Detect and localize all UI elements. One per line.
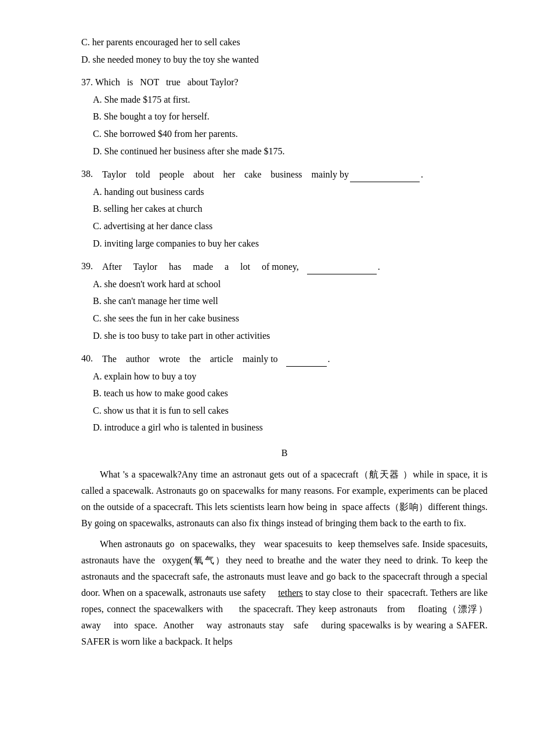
q40-option-b: B. teach us how to make good cakes [93,386,488,401]
passage-paragraph-2: When astronauts go on spacewalks, they w… [81,536,488,650]
question-39: 39. After Taylor has made a lot of money… [81,259,488,343]
q40-number: 40. [81,351,100,367]
question-37: 37. Which is NOT true about Taylor? A. S… [81,75,488,158]
q40-option-c: C. show us that it is fun to sell cakes [93,403,488,418]
tethers-underline: tethers [278,588,303,598]
q37-options: A. She made $175 at first. B. She bought… [93,92,488,158]
passage-paragraph-1: What 's a spacewalk?Any time an astronau… [81,466,488,531]
q39-option-c: C. she sees the fun in her cake business [93,311,488,326]
option-c-prev-text: C. her parents encouraged her to sell ca… [81,35,488,50]
q37-number: 37. [81,75,93,90]
option-d-prev-text: D. she needed money to buy the toy she w… [81,52,488,67]
q40-option-a: A. explain how to buy a toy [93,369,488,384]
q37-option-d: D. She continued her business after she … [93,144,488,159]
q37-option-b: B. She bought a toy for herself. [93,109,488,124]
q39-option-b: B. she can't manage her time well [93,294,488,309]
q38-option-a: A. handing out business cards [93,185,488,200]
q39-options: A. she doesn't work hard at school B. sh… [93,277,488,343]
q40-header: 40. The author wrote the article mainly … [81,351,488,367]
q39-blank [307,259,377,274]
q38-number: 38. [81,167,100,182]
section-b-title: B [81,446,488,461]
question-40: 40. The author wrote the article mainly … [81,351,488,435]
q37-header: 37. Which is NOT true about Taylor? [81,75,488,90]
q39-option-a: A. she doesn't work hard at school [93,277,488,292]
q39-option-d: D. she is too busy to take part in other… [93,328,488,343]
passage-p2-text: When astronauts go on spacewalks, they w… [81,539,488,646]
question-38: 38. Taylor told people about her cake bu… [81,167,488,251]
q40-options: A. explain how to buy a toy B. teach us … [93,369,488,435]
q38-header: 38. Taylor told people about her cake bu… [81,167,488,182]
q40-option-d: D. introduce a girl who is talented in b… [93,420,488,435]
q37-text: Which is NOT true about Taylor? [95,75,316,90]
q38-options: A. handing out business cards B. selling… [93,185,488,251]
q38-option-d: D. inviting large companies to buy her c… [93,236,488,251]
q38-blank [350,167,420,182]
q38-text: Taylor told people about her cake busine… [102,167,423,182]
q39-text: After Taylor has made a lot of money, . [102,259,380,274]
q40-text: The author wrote the article mainly to . [102,351,330,367]
passage-p1-text: What 's a spacewalk?Any time an astronau… [81,469,488,528]
option-c-prev: C. her parents encouraged her to sell ca… [81,35,488,67]
q39-number: 39. [81,259,100,274]
q37-option-c: C. She borrowed $40 from her parents. [93,126,488,142]
q39-header: 39. After Taylor has made a lot of money… [81,259,488,274]
q37-option-a: A. She made $175 at first. [93,92,488,107]
q40-blank [286,351,327,367]
q38-option-b: B. selling her cakes at church [93,201,488,216]
q38-option-c: C. advertising at her dance class [93,219,488,234]
